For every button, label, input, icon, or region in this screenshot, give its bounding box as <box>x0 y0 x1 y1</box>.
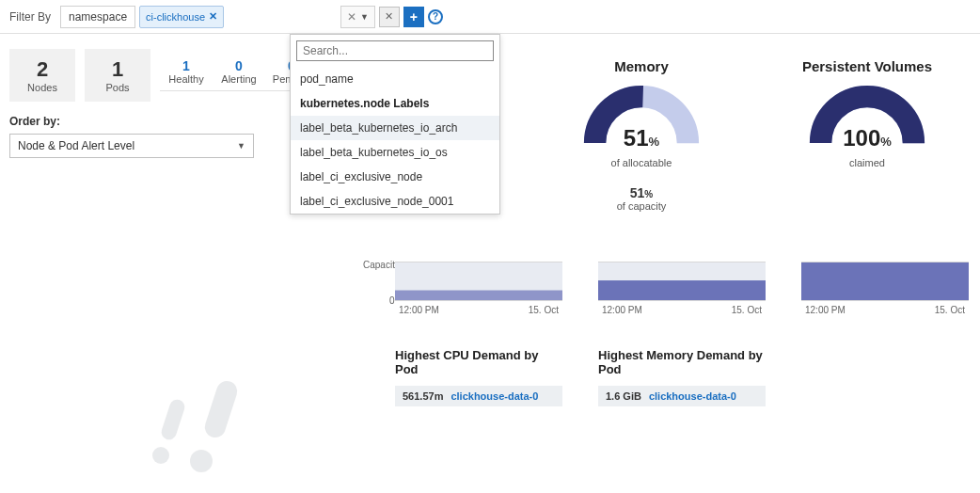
add-filter-button[interactable]: + <box>403 7 424 27</box>
mini-chart-volumes: 12:00 PM 15. Oct <box>801 262 969 315</box>
demand-title: Highest Memory Demand by Pod <box>598 348 766 376</box>
order-by-value: Node & Pod Alert Level <box>18 139 134 152</box>
dropdown-item[interactable]: label_beta_kubernetes_io_arch <box>291 116 499 140</box>
alert-placeholder-icon <box>147 371 278 484</box>
dropdown-item[interactable]: label_beta_kubernetes_io_os <box>291 140 499 165</box>
capacity-sub: of capacity <box>617 200 667 212</box>
dropdown-item[interactable]: pod_name <box>291 67 499 91</box>
metric-title: Memory <box>614 58 669 74</box>
zero-axis-label: 0 <box>389 295 395 306</box>
svg-rect-10 <box>801 262 969 300</box>
svg-point-12 <box>152 447 169 464</box>
summary-pods-label: Pods <box>105 82 129 93</box>
metric-memory: Memory 51% of allocatable 51% of capacit… <box>547 58 735 212</box>
svg-rect-9 <box>598 280 766 300</box>
x-tick: 15. Oct <box>935 305 965 315</box>
summary-nodes-label: Nodes <box>27 82 57 93</box>
clear-icon[interactable]: ✕ <box>347 10 356 24</box>
remove-tag-icon[interactable]: ✕ <box>209 10 217 23</box>
status-alerting[interactable]: 0 Alerting <box>213 53 265 90</box>
dropdown-item[interactable]: label_ci_exclusive_node_0001 <box>291 189 499 214</box>
status-value: 1 <box>160 58 213 73</box>
summary-nodes[interactable]: 2 Nodes <box>9 49 75 102</box>
capacity-value: 51 <box>630 185 645 200</box>
help-icon[interactable]: ? <box>428 9 443 24</box>
demand-pod-link[interactable]: clickhouse-data-0 <box>450 390 538 402</box>
demand-value: 1.6 GiB <box>606 390 641 402</box>
status-healthy[interactable]: 1 Healthy <box>160 53 213 90</box>
demand-title: Highest CPU Demand by Pod <box>395 348 562 376</box>
demand-row[interactable]: 561.57m clickhouse-data-0 <box>395 386 562 406</box>
summary-pods[interactable]: 1 Pods <box>85 49 150 102</box>
gauge-memory: 51% <box>580 82 703 155</box>
summary-pods-value: 1 <box>112 57 123 82</box>
demand-value: 561.57m <box>403 390 443 402</box>
metric-volumes: Persistent Volumes 100% claimed <box>773 58 961 212</box>
demand-section: Highest CPU Demand by Pod 561.57m clickh… <box>395 348 766 406</box>
metric-title: Persistent Volumes <box>802 58 932 74</box>
demand-pod-link[interactable]: clickhouse-data-0 <box>649 390 736 402</box>
status-value: 0 <box>213 58 265 73</box>
x-tick: 12:00 PM <box>602 305 642 315</box>
dropdown-header: kubernetes.node Labels <box>291 91 499 116</box>
mini-chart-memory: 12:00 PM 15. Oct <box>598 262 766 315</box>
x-tick: 15. Oct <box>732 305 762 315</box>
svg-point-14 <box>190 450 213 472</box>
summary-nodes-value: 2 <box>37 57 48 82</box>
filter-value-dropdown[interactable]: ✕ ▼ <box>340 6 375 28</box>
gauge-value: 100 <box>843 125 880 151</box>
x-tick: 12:00 PM <box>399 305 439 315</box>
filter-by-label: Filter By <box>9 10 51 24</box>
status-label: Alerting <box>213 73 265 85</box>
gauge-volumes: 100% <box>806 82 928 155</box>
x-tick: 15. Oct <box>529 305 559 315</box>
chevron-down-icon: ▼ <box>360 12 369 22</box>
gauge-sub: of allocatable <box>611 157 672 168</box>
svg-rect-11 <box>160 398 187 442</box>
filter-tag-ci-clickhouse[interactable]: ci-clickhouse ✕ <box>139 6 224 28</box>
status-label: Healthy <box>160 73 213 85</box>
filter-field-namespace[interactable]: namespace <box>60 6 135 28</box>
filter-dropdown-panel: pod_name kubernetes.node Labels label_be… <box>290 34 500 215</box>
demand-row[interactable]: 1.6 GiB clickhouse-data-0 <box>598 386 766 406</box>
dropdown-item[interactable]: label_ci_exclusive_node <box>291 165 499 189</box>
filter-tag-label: ci-clickhouse <box>146 11 205 23</box>
demand-cpu: Highest CPU Demand by Pod 561.57m clickh… <box>395 348 562 406</box>
chevron-down-icon: ▼ <box>237 141 245 151</box>
filter-search-input[interactable] <box>296 40 494 61</box>
gauge-sub: claimed <box>849 157 885 168</box>
remove-filter-button[interactable]: ✕ <box>379 7 400 27</box>
svg-rect-13 <box>202 378 240 440</box>
mini-charts: 12:00 PM 15. Oct 12:00 PM 15. Oct 12:00 … <box>395 262 969 315</box>
filter-bar: Filter By namespace ci-clickhouse ✕ ✕ ▼ … <box>0 0 980 34</box>
order-by-select[interactable]: Node & Pod Alert Level ▼ <box>9 134 254 158</box>
svg-rect-7 <box>395 291 562 300</box>
x-tick: 12:00 PM <box>805 305 846 315</box>
mini-chart-cpu: 12:00 PM 15. Oct <box>395 262 562 315</box>
gauge-value: 51 <box>624 125 649 151</box>
demand-memory: Highest Memory Demand by Pod 1.6 GiB cli… <box>598 348 766 406</box>
